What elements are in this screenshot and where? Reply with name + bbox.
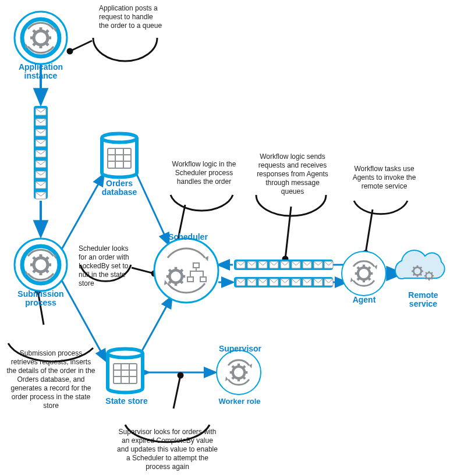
agent-to-scheduler-queue [234, 260, 333, 270]
annotation-submission: Submission process retrieves requests, i… [6, 349, 96, 410]
svg-line-45 [173, 375, 180, 408]
orders-database-label: Ordersdatabase [96, 179, 143, 197]
svg-line-33 [70, 41, 92, 51]
annotation-workflow-sends: Workflow logic sends requests and receiv… [253, 152, 332, 196]
orders-database-node [102, 134, 137, 177]
state-store-node [108, 349, 143, 393]
application-instance-node [15, 12, 67, 64]
annotation-scheduler-lookup: Scheduler looks for an order with Locked… [79, 244, 134, 288]
annotation-workflow-handles: Workflow logic in the Scheduler process … [171, 160, 238, 186]
svg-point-38 [152, 271, 157, 276]
application-instance-label: Applicationinstance [15, 63, 67, 81]
scheduler-label: Scheduler [165, 233, 211, 241]
svg-point-44 [363, 251, 368, 255]
agent-node [342, 251, 386, 296]
annotation-workflow-tasks: Workflow tasks use Agents to invoke the … [349, 165, 419, 191]
remote-service-node [395, 250, 445, 280]
svg-line-41 [285, 207, 291, 259]
agent-label: Agent [348, 296, 380, 304]
submission-process-node [15, 239, 67, 291]
svg-rect-48 [193, 263, 199, 268]
remote-service-label: Remoteservice [403, 291, 444, 309]
svg-point-34 [68, 49, 72, 54]
submission-process-label: Submissionprocess [15, 290, 67, 308]
svg-line-37 [132, 268, 154, 273]
svg-point-47 [154, 239, 218, 303]
svg-point-46 [178, 373, 183, 378]
app-to-submission-queue [34, 106, 48, 199]
scheduler-to-agent-queue [234, 277, 333, 287]
supervisor-role-label: Worker role [212, 397, 267, 406]
svg-line-26 [140, 297, 172, 355]
svg-point-42 [283, 257, 288, 261]
state-store-label: State store [102, 397, 151, 406]
scheduler-node [154, 239, 218, 303]
supervisor-label: Supervisor [215, 344, 265, 353]
svg-line-24 [61, 279, 106, 361]
annotation-app-post: Application posts a request to handle th… [99, 4, 163, 30]
annotation-supervisor: Supervisor looks for orders with an expi… [116, 428, 218, 471]
svg-rect-49 [187, 277, 193, 282]
svg-line-43 [366, 209, 373, 253]
supervisor-node [217, 350, 261, 395]
svg-rect-50 [200, 277, 206, 282]
